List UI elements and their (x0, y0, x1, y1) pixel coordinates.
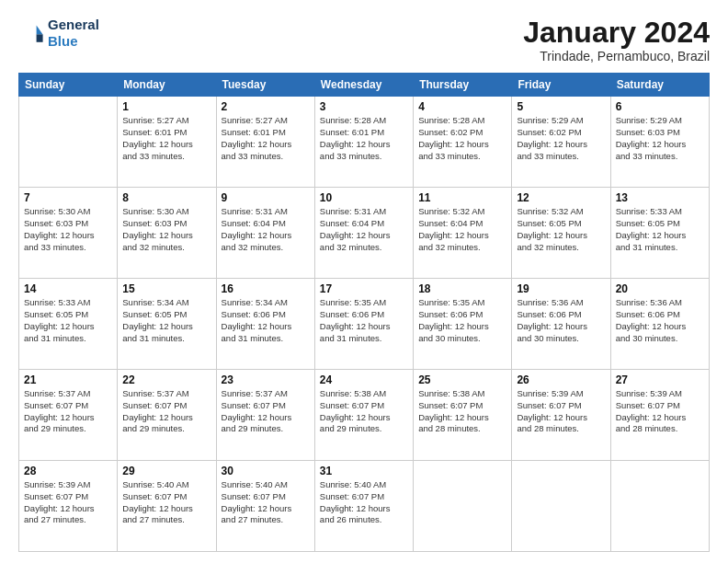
day-number: 17 (320, 282, 408, 295)
calendar-week-row: 1Sunrise: 5:27 AM Sunset: 6:01 PM Daylig… (19, 97, 710, 188)
day-number: 20 (616, 282, 704, 295)
cell-text: Sunrise: 5:29 AM Sunset: 6:03 PM Dayligh… (616, 115, 704, 162)
day-number: 18 (418, 282, 506, 295)
cell-text: Sunrise: 5:31 AM Sunset: 6:04 PM Dayligh… (320, 206, 408, 253)
day-number: 6 (616, 100, 704, 113)
day-number: 5 (517, 100, 605, 113)
header-monday: Monday (118, 74, 216, 97)
day-number: 8 (122, 191, 210, 204)
day-number: 12 (517, 191, 605, 204)
table-row: 2Sunrise: 5:27 AM Sunset: 6:01 PM Daylig… (216, 97, 314, 188)
month-title: January 2024 (523, 17, 710, 49)
cell-text: Sunrise: 5:34 AM Sunset: 6:06 PM Dayligh… (222, 297, 310, 344)
table-row: 14Sunrise: 5:33 AM Sunset: 6:05 PM Dayli… (19, 279, 118, 370)
page: General Blue January 2024 Trindade, Pern… (0, 0, 728, 563)
day-number: 7 (24, 191, 112, 204)
header: General Blue January 2024 Trindade, Pern… (18, 17, 710, 63)
table-row (414, 461, 512, 552)
day-number: 15 (122, 282, 210, 295)
header-saturday: Saturday (610, 74, 709, 97)
table-row: 12Sunrise: 5:32 AM Sunset: 6:05 PM Dayli… (512, 188, 610, 279)
table-row: 8Sunrise: 5:30 AM Sunset: 6:03 PM Daylig… (118, 188, 216, 279)
table-row: 9Sunrise: 5:31 AM Sunset: 6:04 PM Daylig… (216, 188, 314, 279)
table-row: 6Sunrise: 5:29 AM Sunset: 6:03 PM Daylig… (610, 97, 709, 188)
table-row: 30Sunrise: 5:40 AM Sunset: 6:07 PM Dayli… (216, 461, 314, 552)
cell-text: Sunrise: 5:33 AM Sunset: 6:05 PM Dayligh… (616, 206, 704, 253)
weekday-header-row: Sunday Monday Tuesday Wednesday Thursday… (19, 74, 710, 97)
day-number: 30 (222, 465, 310, 477)
table-row (19, 97, 118, 188)
table-row: 22Sunrise: 5:37 AM Sunset: 6:07 PM Dayli… (118, 370, 216, 461)
cell-text: Sunrise: 5:32 AM Sunset: 6:05 PM Dayligh… (517, 206, 605, 253)
logo-icon (18, 20, 44, 46)
table-row: 17Sunrise: 5:35 AM Sunset: 6:06 PM Dayli… (314, 279, 413, 370)
day-number: 23 (222, 373, 310, 386)
day-number: 13 (616, 191, 704, 204)
cell-text: Sunrise: 5:35 AM Sunset: 6:06 PM Dayligh… (320, 297, 408, 344)
cell-text: Sunrise: 5:29 AM Sunset: 6:02 PM Dayligh… (517, 115, 605, 162)
table-row: 26Sunrise: 5:39 AM Sunset: 6:07 PM Dayli… (512, 370, 610, 461)
calendar-table: Sunday Monday Tuesday Wednesday Thursday… (18, 73, 710, 552)
cell-text: Sunrise: 5:40 AM Sunset: 6:07 PM Dayligh… (122, 479, 210, 526)
table-row: 19Sunrise: 5:36 AM Sunset: 6:06 PM Dayli… (512, 279, 610, 370)
table-row: 11Sunrise: 5:32 AM Sunset: 6:04 PM Dayli… (414, 188, 512, 279)
svg-marker-0 (37, 26, 43, 35)
header-wednesday: Wednesday (314, 74, 413, 97)
table-row: 20Sunrise: 5:36 AM Sunset: 6:06 PM Dayli… (610, 279, 709, 370)
day-number: 21 (24, 373, 112, 386)
header-sunday: Sunday (19, 74, 118, 97)
cell-text: Sunrise: 5:27 AM Sunset: 6:01 PM Dayligh… (222, 115, 310, 162)
cell-text: Sunrise: 5:28 AM Sunset: 6:01 PM Dayligh… (320, 115, 408, 162)
title-block: January 2024 Trindade, Pernambuco, Brazi… (523, 17, 710, 63)
day-number: 10 (320, 191, 408, 204)
location-subtitle: Trindade, Pernambuco, Brazil (523, 49, 710, 63)
table-row (512, 461, 610, 552)
table-row: 3Sunrise: 5:28 AM Sunset: 6:01 PM Daylig… (314, 97, 413, 188)
day-number: 27 (616, 373, 704, 386)
cell-text: Sunrise: 5:37 AM Sunset: 6:07 PM Dayligh… (24, 388, 112, 435)
cell-text: Sunrise: 5:28 AM Sunset: 6:02 PM Dayligh… (418, 115, 506, 162)
header-thursday: Thursday (414, 74, 512, 97)
cell-text: Sunrise: 5:38 AM Sunset: 6:07 PM Dayligh… (418, 388, 506, 435)
table-row: 16Sunrise: 5:34 AM Sunset: 6:06 PM Dayli… (216, 279, 314, 370)
day-number: 2 (222, 100, 310, 113)
table-row: 25Sunrise: 5:38 AM Sunset: 6:07 PM Dayli… (414, 370, 512, 461)
table-row: 27Sunrise: 5:39 AM Sunset: 6:07 PM Dayli… (610, 370, 709, 461)
day-number: 31 (320, 465, 408, 477)
table-row: 13Sunrise: 5:33 AM Sunset: 6:05 PM Dayli… (610, 188, 709, 279)
day-number: 26 (517, 373, 605, 386)
header-friday: Friday (512, 74, 610, 97)
cell-text: Sunrise: 5:36 AM Sunset: 6:06 PM Dayligh… (616, 297, 704, 344)
cell-text: Sunrise: 5:33 AM Sunset: 6:05 PM Dayligh… (24, 297, 112, 344)
cell-text: Sunrise: 5:31 AM Sunset: 6:04 PM Dayligh… (222, 206, 310, 253)
cell-text: Sunrise: 5:40 AM Sunset: 6:07 PM Dayligh… (222, 479, 310, 526)
cell-text: Sunrise: 5:32 AM Sunset: 6:04 PM Dayligh… (418, 206, 506, 253)
day-number: 9 (222, 191, 310, 204)
calendar-week-row: 21Sunrise: 5:37 AM Sunset: 6:07 PM Dayli… (19, 370, 710, 461)
table-row: 4Sunrise: 5:28 AM Sunset: 6:02 PM Daylig… (414, 97, 512, 188)
day-number: 29 (122, 465, 210, 477)
day-number: 11 (418, 191, 506, 204)
day-number: 28 (24, 465, 112, 477)
calendar-week-row: 28Sunrise: 5:39 AM Sunset: 6:07 PM Dayli… (19, 461, 710, 552)
table-row: 18Sunrise: 5:35 AM Sunset: 6:06 PM Dayli… (414, 279, 512, 370)
day-number: 14 (24, 282, 112, 295)
table-row: 15Sunrise: 5:34 AM Sunset: 6:05 PM Dayli… (118, 279, 216, 370)
table-row: 29Sunrise: 5:40 AM Sunset: 6:07 PM Dayli… (118, 461, 216, 552)
cell-text: Sunrise: 5:37 AM Sunset: 6:07 PM Dayligh… (122, 388, 210, 435)
cell-text: Sunrise: 5:39 AM Sunset: 6:07 PM Dayligh… (517, 388, 605, 435)
logo: General Blue (18, 17, 99, 50)
table-row: 28Sunrise: 5:39 AM Sunset: 6:07 PM Dayli… (19, 461, 118, 552)
calendar-week-row: 14Sunrise: 5:33 AM Sunset: 6:05 PM Dayli… (19, 279, 710, 370)
cell-text: Sunrise: 5:30 AM Sunset: 6:03 PM Dayligh… (24, 206, 112, 253)
day-number: 24 (320, 373, 408, 386)
day-number: 22 (122, 373, 210, 386)
cell-text: Sunrise: 5:27 AM Sunset: 6:01 PM Dayligh… (122, 115, 210, 162)
table-row: 1Sunrise: 5:27 AM Sunset: 6:01 PM Daylig… (118, 97, 216, 188)
cell-text: Sunrise: 5:37 AM Sunset: 6:07 PM Dayligh… (222, 388, 310, 435)
cell-text: Sunrise: 5:34 AM Sunset: 6:05 PM Dayligh… (122, 297, 210, 344)
cell-text: Sunrise: 5:39 AM Sunset: 6:07 PM Dayligh… (616, 388, 704, 435)
cell-text: Sunrise: 5:40 AM Sunset: 6:07 PM Dayligh… (320, 479, 408, 526)
cell-text: Sunrise: 5:36 AM Sunset: 6:06 PM Dayligh… (517, 297, 605, 344)
table-row: 7Sunrise: 5:30 AM Sunset: 6:03 PM Daylig… (19, 188, 118, 279)
